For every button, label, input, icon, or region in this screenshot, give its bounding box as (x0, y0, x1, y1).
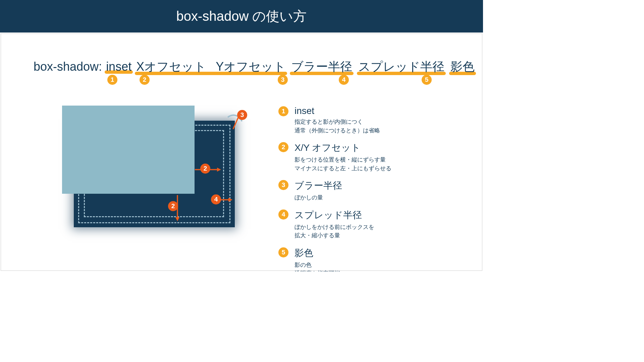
token-yoffset: Yオフセット (216, 60, 286, 73)
legend-desc-blur-a: ぼかしの量 (294, 193, 342, 202)
legend-desc-inset-b: 通常（外側につけるとき）は省略 (294, 126, 380, 135)
legend-desc-color-b: 透明度も指定可能 (294, 269, 340, 272)
badge-inset-1: 1 (107, 75, 117, 85)
token-spread: スプレッド半径 (358, 60, 444, 73)
svg-marker-1 (217, 168, 221, 172)
legend-title-inset: inset (294, 106, 380, 116)
token-color: 影色 (450, 60, 475, 73)
badge-diagram-2x: 2 (200, 164, 210, 174)
badge-diagram-3: 3 (237, 110, 247, 120)
token-xoffset: Xオフセット (136, 60, 206, 73)
legend: 1 inset 指定すると影が内側につく 通常（外側につけるとき）は省略 2 X… (278, 106, 456, 272)
legend-desc-spread-a: ぼかしをかける前にボックスを (294, 223, 374, 232)
source-box (62, 106, 195, 194)
page-header: box-shadow の使い方 (0, 0, 483, 33)
legend-desc-offset-b: マイナスにすると左・上にもずらせる (294, 164, 391, 173)
legend-item-offset: 2 X/Y オフセット 影をつける位置を横・縦にずらす量 マイナスにすると左・上… (278, 141, 456, 173)
legend-badge-4: 4 (278, 209, 288, 220)
badge-offset-2: 2 (140, 75, 150, 85)
legend-item-color: 5 影色 影の色 透明度も指定可能 (278, 247, 456, 272)
legend-badge-3: 3 (278, 180, 288, 190)
page-title: box-shadow の使い方 (176, 7, 307, 25)
badge-diagram-4: 4 (211, 194, 221, 204)
legend-desc-color-a: 影の色 (294, 261, 340, 269)
token-blur: ブラー半径 (291, 60, 352, 73)
shadow-diagram: 2 2 4 3 (59, 104, 247, 245)
badge-blur-3: 3 (278, 75, 288, 85)
legend-title-offset: X/Y オフセット (294, 141, 391, 154)
svg-marker-3 (175, 217, 179, 221)
badge-color-5: 5 (422, 75, 432, 85)
legend-title-spread: スプレッド半径 (294, 209, 374, 222)
syntax-label: box-shadow: (34, 60, 102, 74)
legend-item-blur: 3 ブラー半径 ぼかしの量 (278, 179, 456, 202)
legend-desc-inset-a: 指定すると影が内側につく (294, 118, 380, 126)
legend-item-spread: 4 スプレッド半径 ぼかしをかける前にボックスを 拡大・縮小する量 (278, 209, 456, 240)
legend-title-blur: ブラー半径 (294, 179, 342, 192)
legend-desc-offset-a: 影をつける位置を横・縦にずらす量 (294, 156, 391, 164)
legend-item-inset: 1 inset 指定すると影が内側につく 通常（外側につけるとき）は省略 (278, 106, 456, 135)
legend-badge-1: 1 (278, 106, 288, 116)
token-inset: inset (106, 60, 131, 73)
legend-title-color: 影色 (294, 247, 340, 259)
legend-badge-5: 5 (278, 247, 288, 257)
badge-diagram-2y: 2 (168, 201, 178, 211)
legend-badge-2: 2 (278, 142, 288, 152)
svg-marker-5 (228, 198, 232, 202)
badge-spread-4: 4 (339, 75, 349, 85)
legend-desc-spread-b: 拡大・縮小する量 (294, 231, 374, 240)
arrow-spread (219, 197, 232, 202)
syntax-row: box-shadow: inset Xオフセット Yオフセット ブラー半径 スプ… (34, 59, 456, 77)
